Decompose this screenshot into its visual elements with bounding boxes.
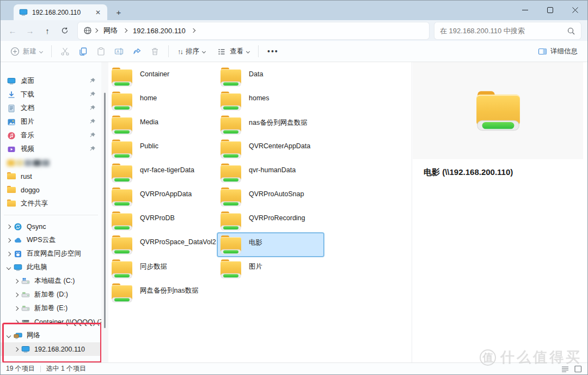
chevron-down-icon[interactable] bbox=[7, 333, 11, 337]
chevron-right-icon[interactable] bbox=[14, 306, 19, 310]
up-button[interactable]: ↑ bbox=[39, 22, 56, 39]
sort-button[interactable]: ↑↓ 排序 bbox=[173, 44, 210, 59]
thumbnail-view-toggle-icon[interactable] bbox=[574, 365, 582, 373]
this-pc-icon bbox=[14, 263, 22, 272]
tree-item-新加卷D[interactable]: 新加卷 (D:) bbox=[1, 288, 101, 301]
remote-pc-icon bbox=[21, 345, 30, 354]
folder-tile[interactable]: homes bbox=[217, 89, 324, 113]
shared-folder-icon bbox=[220, 188, 241, 206]
tree-item-WPS云盘[interactable]: WPS云盘 bbox=[1, 233, 101, 247]
address-bar[interactable]: 网络192.168.200.110 bbox=[78, 22, 429, 39]
sidebar-item-下载[interactable]: 下载 bbox=[1, 88, 101, 101]
search-icon bbox=[567, 27, 575, 34]
folder-tile[interactable]: 图片 bbox=[217, 257, 324, 281]
folder-tile[interactable]: QVRProAppData bbox=[108, 185, 215, 209]
delete-button[interactable] bbox=[146, 44, 164, 59]
sidebar-item-blurred[interactable] bbox=[1, 156, 101, 170]
folder-tile[interactable]: nas备份到网盘数据 bbox=[217, 113, 324, 137]
items-count: 19 个项目 bbox=[6, 364, 35, 373]
minimize-button[interactable] bbox=[512, 1, 537, 19]
sidebar-item-文档[interactable]: 文档 bbox=[1, 101, 101, 115]
tree-item-ContainerQQQQZ[interactable]: Container (\\QQQQ) (Z:) bbox=[1, 315, 101, 329]
tree-item-本地磁盘C[interactable]: 本地磁盘 (C:) bbox=[1, 274, 101, 288]
new-tab-button[interactable]: + bbox=[112, 5, 126, 19]
chevron-right-icon[interactable] bbox=[123, 28, 127, 33]
tree-item-此电脑[interactable]: 此电脑 bbox=[1, 261, 101, 274]
chevron-right-icon[interactable] bbox=[94, 28, 98, 33]
back-button[interactable]: ← bbox=[4, 22, 21, 39]
shared-folder-icon bbox=[220, 164, 241, 182]
folder-tile[interactable]: Data bbox=[217, 65, 324, 89]
breadcrumb-segment[interactable]: 网络 bbox=[100, 24, 121, 37]
forward-button[interactable]: → bbox=[21, 22, 39, 39]
sidebar-item-视频[interactable]: 视频 bbox=[1, 142, 101, 156]
chevron-right-icon[interactable] bbox=[14, 347, 19, 351]
folder-tile[interactable]: QVRProDB bbox=[108, 209, 215, 233]
disk-icon bbox=[21, 291, 30, 299]
tree-item-新加卷E[interactable]: 新加卷 (E:) bbox=[1, 301, 101, 315]
folder-tile[interactable]: home bbox=[108, 89, 215, 113]
refresh-button[interactable] bbox=[56, 22, 74, 39]
shared-folder-icon bbox=[112, 283, 132, 302]
chevron-right-icon[interactable] bbox=[14, 319, 19, 324]
qsync-icon bbox=[14, 222, 22, 231]
tab-close-icon[interactable]: ✕ bbox=[93, 8, 103, 17]
folder-tile[interactable]: QVRProRecording bbox=[217, 209, 324, 233]
shared-folder-icon bbox=[220, 140, 241, 158]
folder-tile[interactable]: 同步数据 bbox=[108, 257, 215, 281]
search-box[interactable] bbox=[434, 22, 581, 39]
shared-folder-icon bbox=[112, 140, 132, 158]
sidebar-item-rust[interactable]: rust bbox=[1, 170, 101, 183]
view-button[interactable]: 查看 bbox=[213, 44, 254, 59]
sidebar: 桌面 下载 文档 图片 音乐 视频 rust doggo bbox=[1, 62, 101, 362]
folder-tile[interactable]: QVRProSpace_DataVol2 bbox=[108, 233, 215, 257]
tree-item-百度网盘同步空间[interactable]: 百度网盘同步空间 bbox=[1, 247, 101, 261]
folder-tile[interactable]: 网盘备份到nas数据 bbox=[108, 281, 215, 305]
copy-button[interactable] bbox=[74, 44, 92, 59]
close-button[interactable] bbox=[562, 1, 587, 19]
chevron-right-icon[interactable] bbox=[7, 238, 11, 242]
folder-tile[interactable]: Public bbox=[108, 137, 215, 161]
tree-item-192.168.200.110[interactable]: 192.168.200.110 bbox=[1, 342, 101, 356]
details-pane-toggle[interactable]: 详细信息 bbox=[534, 44, 582, 59]
folder-tile[interactable]: Media bbox=[108, 113, 215, 137]
folder-tile[interactable]: Container bbox=[108, 65, 215, 89]
folder-grid: Container home Media Public qvr-face-tig… bbox=[108, 62, 412, 362]
sidebar-item-doggo[interactable]: doggo bbox=[1, 183, 101, 197]
more-button[interactable]: ••• bbox=[263, 44, 283, 59]
cut-button[interactable] bbox=[56, 44, 74, 59]
chevron-right-icon[interactable] bbox=[14, 292, 19, 297]
sidebar-item-桌面[interactable]: 桌面 bbox=[1, 74, 101, 88]
chevron-down-icon[interactable] bbox=[7, 265, 11, 269]
chevron-right-icon[interactable] bbox=[7, 224, 11, 228]
shared-folder-icon bbox=[220, 259, 241, 278]
folder-tile[interactable]: qvr-face-tigerData bbox=[108, 161, 215, 185]
folder-tile[interactable]: QVRProAutoSnap bbox=[217, 185, 324, 209]
sidebar-item-文件共享[interactable]: 文件共享 bbox=[1, 197, 101, 210]
paste-button[interactable] bbox=[92, 44, 110, 59]
chevron-right-icon[interactable] bbox=[191, 28, 195, 33]
search-input[interactable] bbox=[440, 27, 567, 35]
explorer-tab[interactable]: 192.168.200.110 ✕ bbox=[14, 4, 107, 20]
shared-folder-icon bbox=[220, 235, 241, 254]
chevron-right-icon[interactable] bbox=[7, 251, 11, 256]
tree-item-网络[interactable]: 网络 bbox=[1, 329, 101, 342]
sort-arrows-icon: ↑↓ bbox=[177, 47, 182, 56]
details-view-toggle-icon[interactable] bbox=[561, 365, 569, 373]
folder-tile[interactable]: QVRCenterAppData bbox=[217, 137, 324, 161]
details-toggle-label: 详细信息 bbox=[550, 47, 578, 56]
rename-button[interactable]: A bbox=[110, 44, 128, 59]
folder-tile[interactable]: qvr-humanData bbox=[217, 161, 324, 185]
sidebar-item-图片[interactable]: 图片 bbox=[1, 115, 101, 129]
chevron-right-icon[interactable] bbox=[14, 279, 19, 283]
new-button[interactable]: 新建 bbox=[6, 44, 47, 59]
breadcrumb-segment[interactable]: 192.168.200.110 bbox=[129, 25, 189, 37]
folder-tile[interactable]: 电影 bbox=[217, 233, 324, 257]
scrollbar-thumb[interactable] bbox=[104, 93, 106, 328]
sidebar-scrollbar[interactable] bbox=[101, 62, 108, 362]
explorer-window: 192.168.200.110 ✕ + ← → ↑ 网络192.168.200.… bbox=[0, 0, 588, 375]
share-button[interactable] bbox=[128, 44, 146, 59]
maximize-button[interactable] bbox=[537, 1, 562, 19]
tree-item-Qsync[interactable]: Qsync bbox=[1, 220, 101, 233]
sidebar-item-音乐[interactable]: 音乐 bbox=[1, 129, 101, 142]
